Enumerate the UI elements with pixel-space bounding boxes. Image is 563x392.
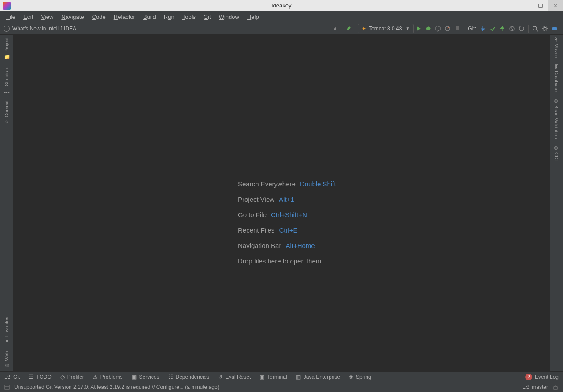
hint-goto-file: Go to File Ctrl+Shift+N — [238, 211, 336, 218]
hint-search-everywhere: Search Everywhere Double Shift — [238, 180, 336, 188]
toolwin-terminal[interactable]: ▣Terminal — [259, 374, 287, 380]
hint-recent-files: Recent Files Ctrl+E — [238, 226, 336, 234]
chevron-down-icon: ▼ — [405, 26, 410, 31]
globe-icon — [4, 26, 10, 32]
build-hammer-button[interactable] — [344, 24, 354, 33]
sidebar-item-maven[interactable]: mMaven — [554, 37, 559, 58]
event-log-count: 2 — [525, 374, 532, 380]
sidebar-item-structure[interactable]: ┇Structure — [4, 67, 10, 94]
sidebar-item-cdi[interactable]: ◍CDI — [554, 145, 559, 161]
window-title: ideakey — [0, 2, 563, 9]
right-tool-stripe: mMaven 🗄Database ◍Bean Validation ◍CDI — [550, 35, 563, 371]
svg-line-21 — [546, 27, 547, 27]
svg-point-11 — [533, 26, 537, 30]
add-config-button[interactable] — [330, 24, 340, 33]
drop-files-hint: Drop files here to open them — [238, 257, 336, 265]
undo-icon: ↺ — [218, 374, 222, 380]
settings-button[interactable] — [540, 24, 550, 33]
toolwin-problems[interactable]: ⚠Problems — [93, 374, 123, 380]
menu-help[interactable]: Help — [244, 13, 263, 21]
keyboard-hints: Search Everywhere Double Shift Project V… — [238, 180, 336, 265]
sidebar-item-web[interactable]: ◍Web — [4, 351, 10, 369]
sidebar-item-commit[interactable]: ◇Commit — [4, 100, 10, 125]
menu-edit[interactable]: Edit — [20, 13, 37, 21]
branch-icon: ⎇ — [523, 384, 529, 390]
run-config-dropdown[interactable]: ✦ Tomcat 8.0.48 ▼ — [358, 24, 414, 33]
editor-empty-state[interactable]: Search Everywhere Double Shift Project V… — [13, 35, 550, 371]
git-label: Git: — [468, 26, 476, 32]
svg-rect-1 — [539, 4, 542, 7]
stack-icon: ☷ — [168, 374, 173, 380]
search-button[interactable] — [530, 24, 540, 33]
sidebar-item-favorites[interactable]: ★Favorites — [4, 317, 10, 344]
debug-button[interactable] — [423, 24, 433, 33]
menu-tools[interactable]: Tools — [179, 13, 199, 21]
menu-view[interactable]: View — [37, 13, 57, 21]
menu-navigate[interactable]: Navigate — [58, 13, 87, 21]
toolbar: What's New in IntelliJ IDEA ✦ Tomcat 8.0… — [0, 22, 563, 35]
git-rollback-button[interactable] — [517, 24, 526, 33]
svg-line-20 — [543, 30, 544, 30]
gauge-icon: ◔ — [60, 374, 65, 380]
toolwin-services[interactable]: ▣Services — [132, 374, 159, 380]
toolwin-spring[interactable]: ❀Spring — [349, 374, 371, 380]
toolwin-profiler[interactable]: ◔Profiler — [60, 374, 84, 380]
close-button[interactable] — [548, 0, 563, 11]
svg-line-19 — [546, 30, 547, 30]
toolwin-git[interactable]: ⎇Git — [4, 374, 20, 380]
leaf-icon: ❀ — [349, 374, 353, 380]
main-area: 📁Project ┇Structure ◇Commit ★Favorites ◍… — [0, 35, 563, 371]
status-branch[interactable]: ⎇master — [523, 384, 548, 390]
svg-rect-9 — [456, 26, 459, 30]
git-history-button[interactable] — [507, 24, 517, 33]
menu-code[interactable]: Code — [89, 13, 109, 21]
git-pull-button[interactable] — [478, 24, 488, 33]
menu-refactor[interactable]: Refactor — [110, 13, 139, 21]
status-lock-icon[interactable] — [552, 384, 559, 390]
menu-build[interactable]: Build — [140, 13, 159, 21]
box-icon: ▥ — [296, 374, 301, 380]
intellij-icon — [3, 2, 11, 10]
menu-file[interactable]: File — [3, 13, 19, 21]
list-icon: ☲ — [29, 374, 33, 380]
terminal-icon: ▣ — [259, 374, 264, 380]
status-window-icon[interactable] — [4, 385, 10, 390]
stop-button[interactable] — [452, 24, 462, 33]
svg-point-13 — [544, 27, 546, 30]
play-icon: ▣ — [132, 374, 137, 380]
status-message[interactable]: Unsupported Git Version 2.17.0: At least… — [14, 384, 519, 390]
svg-line-18 — [543, 27, 544, 27]
breadcrumb-label: What's New in IntelliJ IDEA — [12, 26, 76, 32]
run-config-label: Tomcat 8.0.48 — [369, 26, 402, 32]
menu-git[interactable]: Git — [200, 13, 215, 21]
git-commit-button[interactable] — [488, 24, 497, 33]
svg-point-4 — [426, 27, 430, 30]
left-tool-stripe: 📁Project ┇Structure ◇Commit ★Favorites ◍… — [0, 35, 13, 371]
hint-project-view: Project View Alt+1 — [238, 196, 336, 203]
menu-window[interactable]: Window — [215, 13, 243, 21]
sidebar-item-bean-validation[interactable]: ◍Bean Validation — [554, 98, 559, 139]
toolwin-event-log[interactable]: 2 Event Log — [525, 374, 559, 380]
branch-icon: ⎇ — [4, 374, 11, 380]
coverage-button[interactable] — [433, 24, 443, 33]
ide-services-button[interactable] — [550, 24, 559, 33]
bottom-tool-bar: ⎇Git ☲TODO ◔Profiler ⚠Problems ▣Services… — [0, 371, 563, 382]
menubar: File Edit View Navigate Code Refactor Bu… — [0, 11, 563, 22]
svg-line-12 — [536, 30, 538, 31]
toolwin-eval-reset[interactable]: ↺Eval Reset — [218, 374, 251, 380]
sidebar-item-project[interactable]: 📁Project — [4, 37, 10, 60]
minimize-button[interactable] — [518, 0, 533, 11]
maximize-button[interactable] — [533, 0, 548, 11]
profile-button[interactable] — [443, 24, 452, 33]
toolwin-todo[interactable]: ☲TODO — [29, 374, 51, 380]
toolwin-java-enterprise[interactable]: ▥Java Enterprise — [296, 374, 340, 380]
menu-run[interactable]: Run — [160, 13, 178, 21]
git-push-button[interactable] — [497, 24, 507, 33]
titlebar: ideakey — [0, 0, 563, 11]
toolwin-dependencies[interactable]: ☷Dependencies — [168, 374, 210, 380]
breadcrumb[interactable]: What's New in IntelliJ IDEA — [4, 26, 76, 32]
warning-icon: ⚠ — [93, 374, 98, 380]
run-button[interactable] — [414, 24, 423, 33]
sidebar-item-database[interactable]: 🗄Database — [554, 64, 559, 92]
svg-rect-24 — [554, 387, 557, 389]
